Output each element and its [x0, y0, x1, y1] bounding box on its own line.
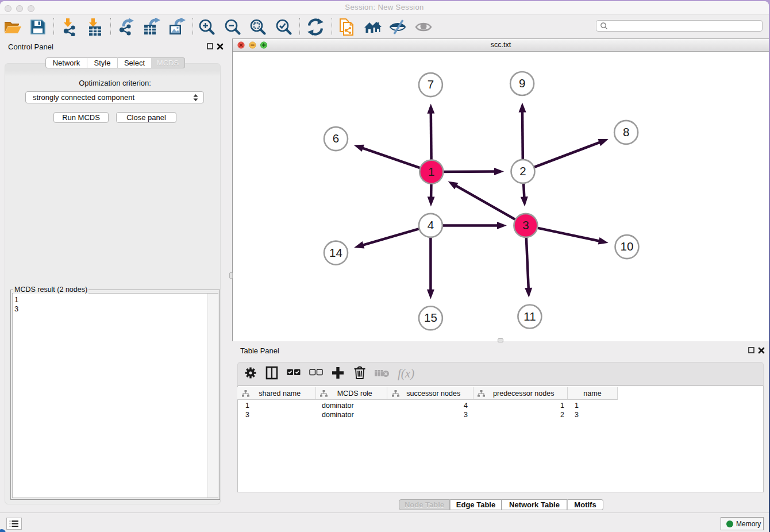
svg-text:3: 3 — [522, 218, 529, 232]
svg-text:4: 4 — [428, 218, 434, 232]
svg-text:14: 14 — [329, 246, 342, 259]
svg-text:7: 7 — [428, 78, 434, 91]
svg-text:10: 10 — [621, 240, 634, 253]
svg-text:9: 9 — [519, 76, 525, 90]
svg-text:8: 8 — [623, 125, 629, 138]
svg-text:6: 6 — [333, 132, 339, 145]
svg-text:2: 2 — [519, 164, 526, 178]
svg-text:1: 1 — [428, 165, 434, 178]
svg-text:15: 15 — [424, 311, 437, 324]
svg-text:11: 11 — [523, 310, 536, 323]
